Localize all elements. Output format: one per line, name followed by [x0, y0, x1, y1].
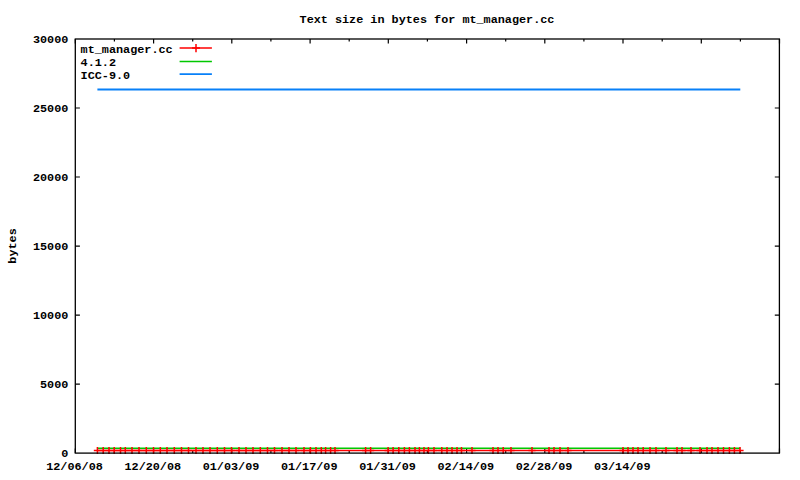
svg-text:30000: 30000 [33, 33, 68, 47]
svg-text:5000: 5000 [40, 378, 68, 392]
svg-text:25000: 25000 [33, 102, 68, 116]
svg-text:02/14/09: 02/14/09 [437, 460, 494, 474]
svg-text:01/17/09: 01/17/09 [281, 460, 338, 474]
svg-text:Text size in bytes for mt_mana: Text size in bytes for mt_manager.cc [300, 13, 555, 27]
svg-text:20000: 20000 [33, 171, 68, 185]
svg-text:12/20/08: 12/20/08 [124, 460, 181, 474]
svg-text:12/06/08: 12/06/08 [46, 460, 103, 474]
svg-text:02/28/09: 02/28/09 [516, 460, 573, 474]
svg-text:01/31/09: 01/31/09 [359, 460, 416, 474]
svg-text:01/03/09: 01/03/09 [203, 460, 260, 474]
svg-text:03/14/09: 03/14/09 [594, 460, 651, 474]
svg-text:15000: 15000 [33, 240, 68, 254]
svg-text:10000: 10000 [33, 309, 68, 323]
svg-text:ICC-9.0: ICC-9.0 [81, 69, 131, 83]
svg-text:bytes: bytes [6, 228, 20, 263]
